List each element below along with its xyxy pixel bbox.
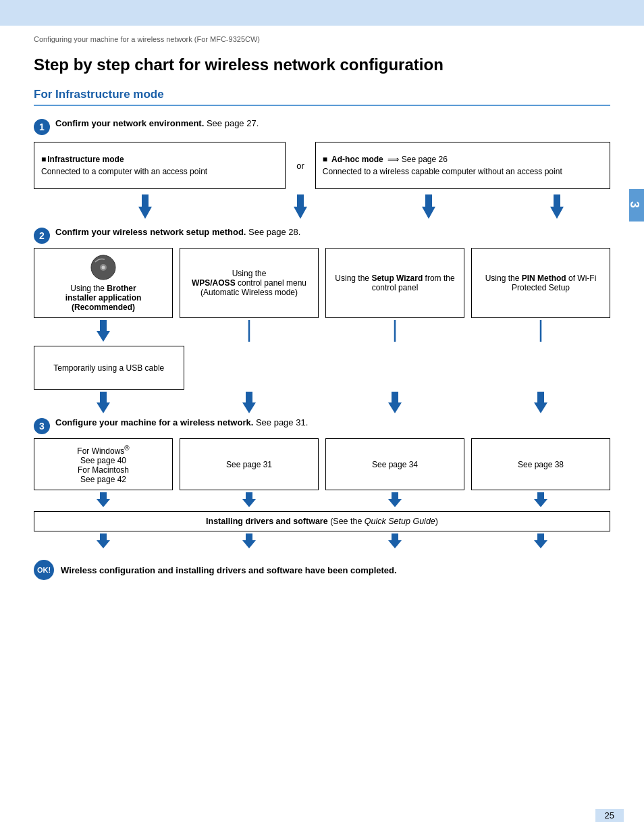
svg-marker-17 [388,492,402,507]
step1-row: 1 Confirm your network environment. See … [34,118,610,135]
arrow3-svg2 [242,392,257,413]
step2-bold: Confirm your wireless network setup meth… [55,227,246,237]
svg-marker-1 [294,194,307,219]
arrow5-col2 [180,533,319,550]
svg-marker-16 [242,492,256,507]
step1-label: Confirm your network environment. See pa… [55,118,259,128]
p31-text: See page 31 [226,460,272,469]
pin-box: Using the PIN Method of Wi-Fi Protected … [471,248,610,318]
arrow3-col4 [471,392,610,415]
arrow-svg4 [533,320,548,342]
brother-text: Using the Brotherinstaller application(R… [65,284,142,312]
infra-body: Connected to a computer with an access p… [41,167,207,176]
ok-circle: OK! [34,560,54,580]
arrow-col1 [34,320,173,344]
adhoc-box: Ad-hoc mode ⟹ See page 26 Connected to a… [315,142,610,189]
spacer2 [333,346,468,390]
p31-box: See page 31 [180,438,319,490]
arrow3-svg1 [96,392,111,413]
step2-label: Confirm your wireless network setup meth… [55,227,300,237]
arrow5-col1 [34,533,173,550]
installing-row: Installing drivers and software (See the… [34,511,610,531]
arrow5-svg1 [96,533,111,548]
svg-marker-21 [388,533,402,548]
step3-bold: Configure your machine for a wireless ne… [55,417,253,427]
spacer1 [191,346,327,390]
arrow3-col2 [180,392,319,415]
step2-circle: 2 [34,228,50,244]
arrow-svg2 [242,320,257,342]
adhoc-arrow: ⟹ [387,155,399,164]
svg-marker-12 [242,392,256,413]
win-box: For Windows®See page 40For MacintoshSee … [34,438,173,490]
p38-text: See page 38 [518,460,564,469]
page-number-area: 25 [595,809,624,822]
arrow5-col4 [471,533,610,550]
method-boxes: Using the Brotherinstaller application(R… [34,248,610,318]
usb-box: Temporarily using a USB cable [34,346,184,390]
arrow-svg1 [96,320,111,342]
section-title: For Infrastructure mode [34,88,610,106]
wps-box: Using theWPS/AOSS control panel menu(Aut… [180,248,319,318]
svg-marker-19 [97,533,110,548]
adhoc-header-text: Ad-hoc mode [331,155,383,164]
svg-marker-7 [97,320,110,342]
spacer3 [475,346,611,390]
svg-marker-20 [242,533,256,548]
svg-marker-3 [550,194,564,219]
top-band [0,0,644,26]
svg-marker-2 [422,194,435,219]
connector1 [34,193,610,221]
breadcrumb: Configuring your machine for a wireless … [34,35,610,43]
adhoc-ref: See page 26 [402,155,448,164]
step3-label: Configure your machine for a wireless ne… [55,417,308,427]
svg-point-6 [102,266,105,269]
arrow-row4 [34,492,610,509]
arrow4-svg1 [96,492,111,507]
arrow-col4 [471,320,610,344]
step1-normal: See page 27. [204,118,259,128]
installing-bold: Installing drivers and software [206,517,328,526]
arrow3-svg4 [533,392,548,413]
arrow3-col1 [34,392,173,415]
setup-wizard-text: Using the Setup Wizard from the control … [333,273,457,292]
page-ref-boxes: For Windows®See page 40For MacintoshSee … [34,438,610,490]
or-label: or [292,142,308,189]
chapter-tab: 3 [629,189,644,221]
arrow4-svg3 [387,492,402,507]
usb-text: Temporarily using a USB cable [53,363,164,373]
arrow-row5 [34,533,610,550]
arrow4-svg4 [533,492,548,507]
step3-normal: See page 31. [253,417,308,427]
installing-normal: (See the [328,517,365,526]
setup-wizard-box: Using the Setup Wizard from the control … [325,248,464,318]
adhoc-header: Ad-hoc mode ⟹ See page 26 [323,155,448,164]
arrow4-col3 [325,492,464,509]
arrow4-svg2 [242,492,257,507]
step1-circle: 1 [34,119,50,135]
arrow3-svg3 [387,392,402,413]
svg-marker-11 [97,392,110,413]
final-row: OK! Wireless configuration and installin… [34,560,610,580]
connector1-svg [34,193,610,221]
arrow-col3 [325,320,464,344]
wps-text: Using theWPS/AOSS control panel menu(Aut… [192,269,306,297]
step3-row: 3 Configure your machine for a wireless … [34,417,610,434]
p38-box: See page 38 [471,438,610,490]
arrow4-col4 [471,492,610,509]
page-number: 25 [595,809,624,822]
brother-box: Using the Brotherinstaller application(R… [34,248,173,318]
svg-marker-14 [534,392,547,413]
p34-text: See page 34 [372,460,418,469]
infra-adhoc-row: Infrastructure mode Connected to a compu… [34,142,610,189]
svg-marker-22 [534,533,547,548]
arrow-row3 [34,392,610,415]
arrow5-svg3 [387,533,402,548]
svg-marker-0 [138,194,152,219]
installing-italic: Quick Setup Guide [365,517,435,526]
step2-normal: See page 28. [246,227,300,237]
arrow5-svg4 [533,533,548,548]
win-text: For Windows®See page 40For MacintoshSee … [77,444,129,484]
svg-marker-13 [388,392,402,413]
step1-bold: Confirm your network environment. [55,118,204,128]
